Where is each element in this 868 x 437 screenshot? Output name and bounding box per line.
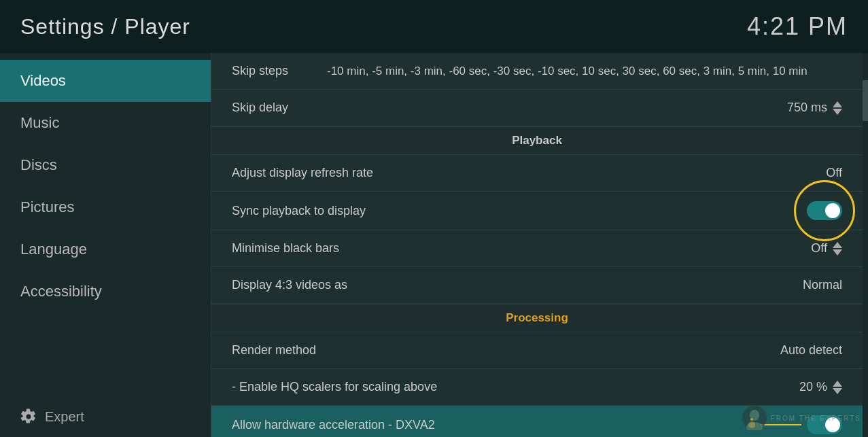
minimise-arrows[interactable]: [833, 242, 842, 256]
sidebar-spacer: [0, 313, 211, 396]
expert-label: Expert: [45, 409, 84, 425]
expert-button[interactable]: Expert: [0, 396, 211, 437]
sidebar-item-videos[interactable]: Videos: [0, 60, 211, 102]
minimise-black-bars-value: Off: [811, 241, 842, 256]
skip-steps-value: -10 min, -5 min, -3 min, -60 sec, -30 se…: [327, 65, 842, 78]
sidebar-item-music[interactable]: Music: [0, 102, 211, 144]
render-method-value: Auto detect: [780, 343, 842, 357]
render-method-row[interactable]: Render method Auto detect: [211, 332, 863, 369]
render-method-label: Render method: [232, 343, 316, 357]
adjust-display-value: Off: [826, 166, 842, 180]
sync-playback-toggle[interactable]: [807, 201, 842, 220]
svg-point-3: [750, 418, 753, 421]
gear-icon: [20, 408, 37, 425]
settings-content: Skip steps -10 min, -5 min, -3 min, -60 …: [211, 53, 863, 437]
watermark-text: FROM THE EXPERTS: [771, 415, 861, 422]
minimise-up-arrow[interactable]: [833, 242, 842, 248]
playback-section-header: Playback: [211, 126, 863, 155]
minimise-black-bars-label: Minimise black bars: [232, 241, 339, 256]
hq-scalers-down-arrow[interactable]: [833, 388, 842, 394]
skip-steps-row[interactable]: Skip steps -10 min, -5 min, -3 min, -60 …: [211, 53, 863, 90]
sidebar-item-discs[interactable]: Discs: [0, 144, 211, 186]
display-43-label: Display 4:3 videos as: [232, 278, 347, 292]
watermark: FROM THE EXPERTS: [742, 406, 861, 430]
header: Settings / Player 4:21 PM: [0, 0, 868, 53]
skip-delay-up-arrow[interactable]: [833, 101, 842, 107]
skip-delay-down-arrow[interactable]: [833, 109, 842, 115]
skip-delay-arrows[interactable]: [833, 101, 842, 115]
skip-delay-value: 750 ms: [787, 101, 842, 115]
adjust-display-row[interactable]: Adjust display refresh rate Off: [211, 155, 863, 192]
minimise-black-bars-row[interactable]: Minimise black bars Off: [211, 230, 863, 267]
hq-scalers-label: - Enable HQ scalers for scaling above: [232, 380, 437, 394]
sidebar: Videos Music Discs Pictures Language Acc…: [0, 53, 211, 437]
hq-scalers-row[interactable]: - Enable HQ scalers for scaling above 20…: [211, 369, 863, 406]
skip-delay-row[interactable]: Skip delay 750 ms: [211, 90, 863, 126]
sidebar-item-pictures[interactable]: Pictures: [0, 186, 211, 228]
sidebar-item-language[interactable]: Language: [0, 228, 211, 270]
skip-delay-label: Skip delay: [232, 101, 288, 115]
sync-playback-label: Sync playback to display: [232, 204, 366, 218]
hq-scalers-up-arrow[interactable]: [833, 381, 842, 387]
skip-steps-label: Skip steps: [232, 64, 313, 78]
sync-playback-toggle-wrapper: [807, 201, 842, 220]
hq-scalers-arrows[interactable]: [833, 381, 842, 394]
scrollbar[interactable]: [863, 53, 868, 437]
display-43-row[interactable]: Display 4:3 videos as Normal: [211, 267, 863, 304]
sync-playback-row[interactable]: Sync playback to display: [211, 192, 863, 230]
page-title: Settings / Player: [20, 14, 190, 39]
processing-section-header: Processing: [211, 304, 863, 332]
sidebar-item-accessibility[interactable]: Accessibility: [0, 270, 211, 313]
scrollbar-thumb[interactable]: [863, 80, 868, 121]
avatar-icon: [742, 406, 767, 430]
display-43-value: Normal: [803, 278, 842, 292]
clock: 4:21 PM: [747, 12, 848, 41]
minimise-down-arrow[interactable]: [833, 249, 842, 256]
main-layout: Videos Music Discs Pictures Language Acc…: [0, 53, 868, 437]
adjust-display-label: Adjust display refresh rate: [232, 166, 373, 180]
allow-hardware-label: Allow hardware acceleration - DXVA2: [232, 418, 435, 432]
hq-scalers-value: 20 %: [799, 380, 842, 394]
sync-playback-toggle-knob: [825, 203, 840, 218]
